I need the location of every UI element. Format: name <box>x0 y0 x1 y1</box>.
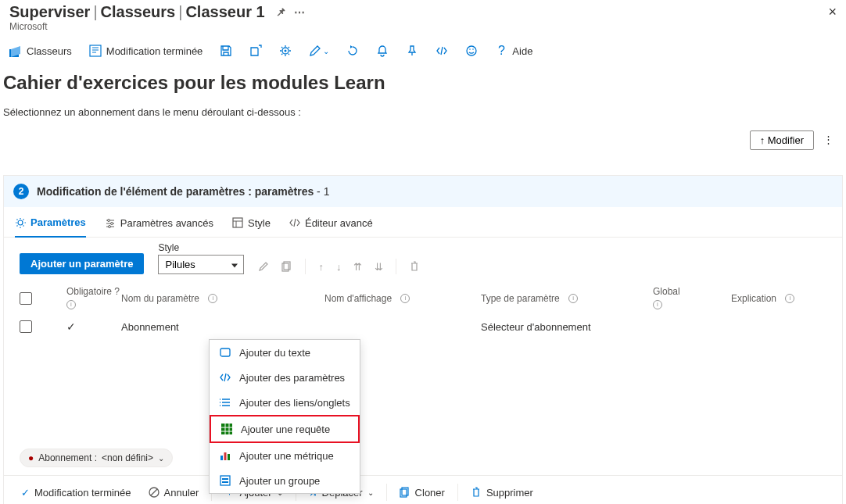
tab-style[interactable]: Style <box>232 216 271 237</box>
svg-point-4 <box>467 46 476 55</box>
code-tab-icon <box>289 217 300 228</box>
tab-adv-editor[interactable]: Éditeur avancé <box>289 216 373 237</box>
modif-done-button[interactable]: Modification terminée <box>89 45 203 57</box>
style-select[interactable]: Pilules <box>158 255 244 274</box>
group-icon <box>219 474 231 487</box>
page-description: Sélectionnez un abonnement dans le menu … <box>0 97 846 124</box>
workbook-icon <box>9 45 22 57</box>
help-icon: ? <box>495 45 507 57</box>
notify-icon[interactable] <box>376 45 389 57</box>
svg-rect-1 <box>90 45 101 56</box>
grid-icon <box>220 423 233 435</box>
breadcrumb-section[interactable]: Classeurs <box>101 3 176 21</box>
tab-adv-params[interactable]: Paramètres avancés <box>105 216 213 237</box>
svg-point-6 <box>473 48 475 50</box>
up-icon[interactable]: ↑ <box>318 261 324 273</box>
delete-button[interactable]: Supprimer <box>464 484 540 502</box>
info-icon[interactable]: i <box>400 294 410 303</box>
chevron-down-icon: ⌄ <box>367 488 374 497</box>
top-icon[interactable]: ⇈ <box>353 261 362 273</box>
breadcrumb-item[interactable]: Classeur 1 <box>185 3 264 21</box>
tab-parametres[interactable]: Paramètres <box>15 216 86 238</box>
add-context-menu: Ajouter du texte Ajouter des paramètres … <box>209 339 360 494</box>
param-row[interactable]: ✓ Abonnement Sélecteur d'abonnement <box>4 314 842 339</box>
edit-done-icon <box>89 45 102 57</box>
table-header: Obligatoire ? i Nom du paramètre i Nom d… <box>4 282 842 314</box>
modifier-button[interactable]: ↑ Modifier <box>750 130 814 150</box>
params-panel: 2 Modification de l'élément de paramètre… <box>3 175 843 504</box>
edit-pencil-icon[interactable] <box>309 45 321 57</box>
svg-rect-20 <box>222 478 228 480</box>
edit-icon[interactable] <box>258 261 269 272</box>
select-all-checkbox[interactable] <box>20 292 32 305</box>
cancel-button[interactable]: Annuler <box>142 484 206 502</box>
info-icon[interactable]: i <box>653 300 662 309</box>
save-as-icon[interactable] <box>249 45 262 57</box>
menu-add-text[interactable]: Ajouter du texte <box>210 340 360 365</box>
svg-rect-18 <box>228 454 230 460</box>
svg-point-5 <box>470 48 471 50</box>
settings-gear-icon[interactable] <box>279 45 292 57</box>
done-editing-button[interactable]: ✓ Modification terminée <box>15 484 138 502</box>
step-badge: 2 <box>13 184 29 199</box>
svg-rect-21 <box>222 481 228 483</box>
bottom-icon[interactable]: ⇊ <box>375 261 383 273</box>
gear-icon <box>15 217 26 228</box>
param-type-cell: Sélecteur d'abonnement <box>481 321 653 333</box>
clone-button[interactable]: Cloner <box>393 484 451 502</box>
menu-add-params[interactable]: Ajouter des paramètres <box>210 365 360 390</box>
breadcrumb-root[interactable]: Superviser <box>9 3 90 21</box>
bottom-toolbar: ✓ Modification terminée Annuler ＋ Ajoute… <box>4 475 842 504</box>
svg-point-10 <box>108 226 110 228</box>
svg-rect-19 <box>220 476 230 485</box>
menu-add-links[interactable]: Ajouter des liens/onglets <box>210 390 360 415</box>
param-name-cell: Abonnement <box>121 321 324 333</box>
svg-point-3 <box>285 50 287 52</box>
refresh-icon[interactable] <box>346 45 359 57</box>
style-icon <box>232 217 243 228</box>
warning-icon: ● <box>28 452 34 463</box>
close-button[interactable]: × <box>828 4 837 20</box>
down-icon[interactable]: ↓ <box>336 261 342 273</box>
code-icon[interactable] <box>436 45 448 57</box>
info-icon[interactable]: i <box>66 300 76 309</box>
info-icon[interactable]: i <box>208 294 217 303</box>
cancel-icon <box>149 487 160 498</box>
menu-add-group[interactable]: Ajouter un groupe <box>210 468 360 493</box>
code-menu-icon <box>219 371 231 384</box>
list-icon <box>219 396 231 409</box>
svg-point-7 <box>18 220 23 225</box>
info-icon[interactable]: i <box>568 294 578 303</box>
chart-icon <box>219 449 231 462</box>
text-icon <box>219 346 231 359</box>
action-icons: ↑ ↓ ⇈ ⇊ <box>258 259 420 274</box>
trash-icon[interactable] <box>409 261 420 272</box>
delete-icon <box>471 487 482 498</box>
pin-toolbar-icon[interactable] <box>406 45 418 57</box>
svg-rect-16 <box>220 456 223 460</box>
classeurs-button[interactable]: Classeurs <box>9 45 72 57</box>
sliders-icon <box>105 217 116 228</box>
add-param-button[interactable]: Ajouter un paramètre <box>20 253 144 274</box>
clone-icon <box>400 487 410 498</box>
copy-icon[interactable] <box>281 261 292 272</box>
edit-chevron-icon[interactable]: ⌄ <box>323 47 329 55</box>
info-icon[interactable]: i <box>785 294 794 303</box>
pin-icon[interactable]: 📌︎ <box>276 6 286 18</box>
subscription-pill[interactable]: ● Abonnement : <non défini> ⌄ <box>20 449 173 467</box>
help-button[interactable]: ? Aide <box>495 45 532 57</box>
save-icon[interactable] <box>220 45 232 57</box>
row-checkbox[interactable] <box>20 320 32 333</box>
required-check-icon: ✓ <box>66 320 121 333</box>
toolbar: Classeurs Modification terminée ⌄ ? Aide <box>0 38 846 64</box>
menu-add-query[interactable]: Ajouter une requête <box>210 415 360 443</box>
smile-icon[interactable] <box>465 45 478 57</box>
subtitle: Microsoft <box>0 21 846 38</box>
page-title: Cahier d'exercices pour les modules Lear… <box>0 64 846 97</box>
more-icon[interactable]: ⋯ <box>294 6 305 19</box>
tab-bar: Paramètres Paramètres avancés Style Édit… <box>4 207 842 238</box>
menu-add-metric[interactable]: Ajouter une métrique <box>210 443 360 468</box>
panel-header: 2 Modification de l'élément de paramètre… <box>4 176 842 207</box>
check-icon: ✓ <box>21 487 30 499</box>
more-vert-icon[interactable]: ⋮ <box>820 130 837 150</box>
